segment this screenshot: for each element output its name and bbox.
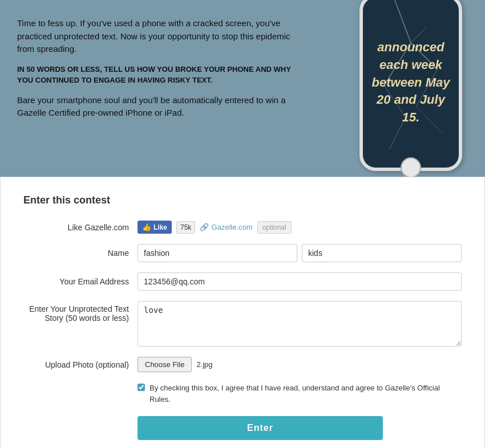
checkbox-label[interactable]: By checking this box, I agree that I hav… — [149, 382, 462, 405]
file-upload-area: Choose File 2.jpg — [138, 357, 462, 372]
name-label: Name — [23, 249, 138, 258]
story-textarea[interactable]: love — [138, 301, 462, 347]
enter-button-row: Enter — [138, 416, 462, 440]
hero-text-block: Time to fess up. If you've used a phone … — [17, 17, 314, 128]
email-input[interactable] — [138, 272, 462, 291]
thumbs-up-icon: 👍 — [142, 223, 151, 231]
hero-bold-text: IN 50 WORDS OR LESS, TELL US HOW YOU BRO… — [17, 64, 302, 86]
form-title: Enter this contest — [23, 194, 462, 206]
agree-checkbox[interactable] — [138, 384, 145, 391]
like-count: 75k — [176, 221, 195, 234]
optional-badge: optional — [257, 221, 292, 234]
page-wrapper: Time to fess up. If you've used a phone … — [0, 0, 485, 448]
file-name-display: 2.jpg — [196, 360, 212, 369]
story-label: Enter Your Unprotected Text Story (50 wo… — [23, 301, 138, 323]
hero-paragraph-1: Time to fess up. If you've used a phone … — [17, 17, 302, 56]
checkbox-row: By checking this box, I agree that I hav… — [138, 382, 462, 405]
like-row: Like Gazelle.com 👍 Like 75k 🔗 Gazelle.co… — [23, 221, 462, 234]
choose-file-button[interactable]: Choose File — [138, 357, 192, 372]
story-row: Enter Your Unprotected Text Story (50 wo… — [23, 301, 462, 347]
hero-paragraph-2: Bare your smartphone soul and you'll be … — [17, 94, 302, 120]
gazelle-link[interactable]: 🔗 Gazelle.com — [200, 223, 252, 231]
gazelle-link-text: Gazelle.com — [211, 223, 252, 231]
link-icon: 🔗 — [200, 223, 209, 231]
phone-body: announced each week between May 20 and J… — [359, 0, 462, 171]
contest-form-section: Enter this contest Like Gazelle.com 👍 Li… — [0, 177, 485, 448]
hero-section: Time to fess up. If you've used a phone … — [0, 0, 485, 177]
last-name-input[interactable] — [302, 244, 462, 262]
email-label: Your Email Address — [23, 277, 138, 286]
fb-like-widget: 👍 Like 75k 🔗 Gazelle.com optional — [138, 221, 462, 234]
phone-home-button — [401, 157, 421, 177]
checkbox-text: By checking this box, I agree that I hav… — [149, 384, 440, 404]
first-name-input[interactable] — [138, 244, 297, 262]
upload-label: Upload Photo (optional) — [23, 360, 138, 369]
like-label: Like Gazelle.com — [23, 223, 138, 232]
name-inputs — [138, 244, 462, 262]
email-row: Your Email Address — [23, 272, 462, 291]
name-row: Name — [23, 244, 462, 262]
like-button-label: Like — [153, 223, 167, 231]
enter-button[interactable]: Enter — [138, 416, 383, 440]
phone-image: announced each week between May 20 and J… — [348, 0, 474, 177]
phone-screen-text: announced each week between May 20 and J… — [363, 33, 459, 132]
facebook-like-button[interactable]: 👍 Like — [138, 221, 172, 234]
upload-row: Upload Photo (optional) Choose File 2.jp… — [23, 357, 462, 372]
